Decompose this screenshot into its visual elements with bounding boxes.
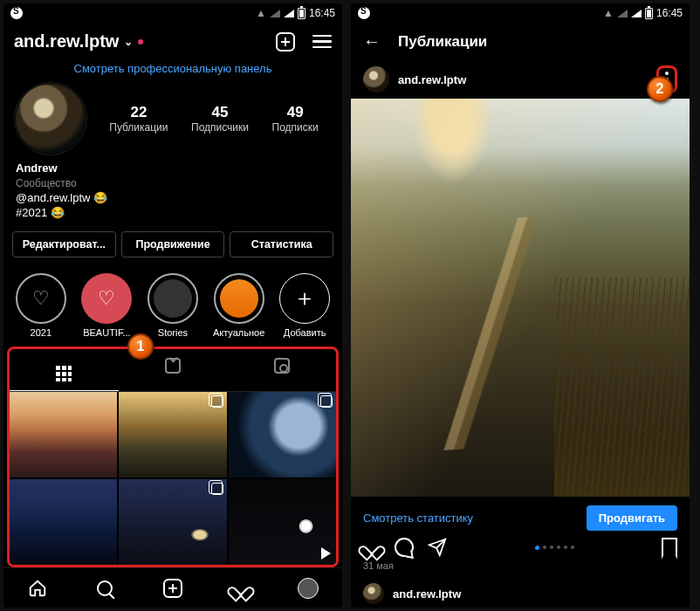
clock: 16:45 bbox=[656, 7, 683, 19]
post-thumb[interactable] bbox=[229, 392, 336, 477]
statusbar: ▲ 16:45 bbox=[351, 3, 690, 23]
nav-create[interactable] bbox=[162, 578, 183, 599]
reels-icon bbox=[165, 358, 181, 374]
plus-icon: ＋ bbox=[293, 283, 316, 313]
insights-button[interactable]: Статистика bbox=[230, 231, 333, 257]
bio-line-1: @and.rew.lptw 😂 bbox=[16, 190, 330, 206]
carousel-icon bbox=[320, 395, 333, 408]
share-button[interactable] bbox=[428, 538, 447, 557]
orange-cover-icon bbox=[220, 279, 258, 318]
create-post-icon[interactable] bbox=[276, 32, 295, 51]
tagged-icon bbox=[274, 358, 290, 374]
comment-button[interactable] bbox=[395, 538, 414, 557]
category-label: Сообщество bbox=[16, 176, 330, 190]
shazam-icon bbox=[358, 7, 370, 19]
highlight-stories[interactable]: Stories bbox=[146, 273, 200, 338]
signal-icon bbox=[631, 10, 642, 17]
like-button[interactable] bbox=[363, 539, 381, 555]
author-username: and.rew.lptw bbox=[398, 73, 466, 86]
annotation-marker-2: 2 bbox=[647, 76, 673, 102]
heart-icon bbox=[232, 580, 250, 596]
signal-dim-icon bbox=[617, 10, 628, 17]
profile-tabs bbox=[10, 349, 336, 392]
left-phone-profile: ▲ 16:45 and.rew.lptw ⌄ Смотреть професси… bbox=[3, 3, 342, 608]
statusbar: ▲ 16:45 bbox=[3, 3, 342, 23]
post-header: and.rew.lptw bbox=[351, 60, 690, 99]
grid-highlight-box bbox=[7, 347, 339, 567]
clock: 16:45 bbox=[309, 7, 335, 19]
highlight-actual[interactable]: Актуальное bbox=[212, 273, 266, 338]
screen-title: Публикации bbox=[398, 33, 487, 51]
post-thumb[interactable] bbox=[119, 392, 226, 477]
nav-search[interactable] bbox=[94, 578, 115, 599]
post-actions bbox=[351, 534, 690, 559]
stat-following[interactable]: 49 Подписки bbox=[272, 104, 319, 134]
profile-avatar[interactable] bbox=[16, 84, 86, 154]
bio-line-2: #2021 😂 bbox=[16, 205, 330, 221]
chevron-down-icon: ⌄ bbox=[124, 36, 133, 48]
nav-activity[interactable] bbox=[230, 578, 251, 599]
pro-dashboard-link[interactable]: Смотреть профессиональную панель bbox=[3, 57, 342, 84]
annotation-marker-1: 1 bbox=[127, 333, 154, 360]
heart-icon: ♡ bbox=[32, 287, 50, 310]
post-thumb[interactable] bbox=[10, 392, 117, 477]
post-date: 31 мая bbox=[351, 559, 690, 580]
post-author[interactable]: and.rew.lptw bbox=[363, 66, 466, 93]
battery-icon bbox=[645, 8, 653, 19]
signal-icon bbox=[284, 10, 294, 17]
author-avatar bbox=[363, 583, 384, 604]
nav-home[interactable] bbox=[27, 578, 48, 599]
battery-icon bbox=[298, 8, 305, 19]
plus-box-icon bbox=[163, 579, 182, 598]
save-button[interactable] bbox=[662, 538, 677, 557]
carousel-indicator bbox=[535, 546, 574, 550]
promote-post-button[interactable]: Продвигать bbox=[587, 505, 677, 531]
carousel-icon bbox=[211, 395, 223, 408]
author-username: and.rew.lptw bbox=[393, 587, 461, 601]
signal-dim-icon bbox=[270, 10, 280, 17]
stories-cover-icon bbox=[154, 279, 192, 318]
grid-icon bbox=[56, 366, 72, 381]
insights-row: Смотреть статистику Продвигать bbox=[351, 497, 690, 534]
post-thumb[interactable] bbox=[10, 479, 117, 565]
edit-profile-button[interactable]: Редактироват... bbox=[12, 231, 116, 257]
highlight-2021[interactable]: ♡ 2021 bbox=[14, 273, 68, 338]
back-arrow-icon[interactable]: ← bbox=[363, 31, 381, 51]
stat-followers[interactable]: 45 Подписчики bbox=[191, 104, 249, 134]
nav-profile[interactable] bbox=[298, 578, 319, 599]
highlight-beautiful[interactable]: ♡ BEAUTIF... bbox=[80, 273, 134, 338]
tab-tagged[interactable] bbox=[227, 349, 336, 391]
view-insights-link[interactable]: Смотреть статистику bbox=[363, 511, 473, 525]
display-name: Andrew bbox=[16, 161, 330, 176]
shazam-icon bbox=[10, 7, 23, 19]
author-avatar bbox=[363, 66, 389, 93]
post-image-foreground bbox=[554, 278, 690, 497]
profile-header: and.rew.lptw ⌄ bbox=[3, 23, 342, 57]
post-image[interactable] bbox=[351, 99, 690, 497]
bottom-nav bbox=[3, 567, 342, 608]
wifi-icon: ▲ bbox=[256, 7, 266, 19]
promote-button[interactable]: Продвижение bbox=[121, 231, 225, 257]
search-icon bbox=[97, 580, 113, 596]
right-phone-post: ▲ 16:45 ← Публикации and.rew.lptw Смотре… bbox=[351, 3, 690, 608]
avatar-icon bbox=[298, 578, 319, 599]
heart-icon: ♡ bbox=[98, 287, 115, 310]
stats-row: 22 Публикации 45 Подписчики 49 Подписки bbox=[3, 84, 342, 154]
highlights-row[interactable]: ♡ 2021 ♡ BEAUTIF... Stories Актуальное ＋… bbox=[3, 264, 342, 347]
post-screen-header: ← Публикации bbox=[351, 23, 690, 60]
posts-grid bbox=[10, 392, 336, 565]
username-text: and.rew.lptw bbox=[14, 31, 119, 51]
tab-grid[interactable] bbox=[10, 349, 119, 391]
bio: Andrew Сообщество @and.rew.lptw 😂 #2021 … bbox=[3, 154, 342, 224]
carousel-icon bbox=[211, 483, 223, 495]
stat-posts[interactable]: 22 Публикации bbox=[109, 104, 168, 134]
highlight-add[interactable]: ＋ Добавить bbox=[278, 273, 332, 338]
wifi-icon: ▲ bbox=[603, 7, 614, 19]
username-dropdown[interactable]: and.rew.lptw ⌄ bbox=[14, 31, 143, 51]
notification-dot-icon bbox=[138, 39, 143, 45]
post-thumb[interactable] bbox=[229, 479, 336, 565]
menu-icon[interactable] bbox=[312, 35, 332, 49]
post-thumb[interactable] bbox=[119, 479, 226, 565]
action-buttons: Редактироват... Продвижение Статистика bbox=[3, 224, 342, 264]
next-post-header[interactable]: and.rew.lptw bbox=[351, 580, 690, 608]
